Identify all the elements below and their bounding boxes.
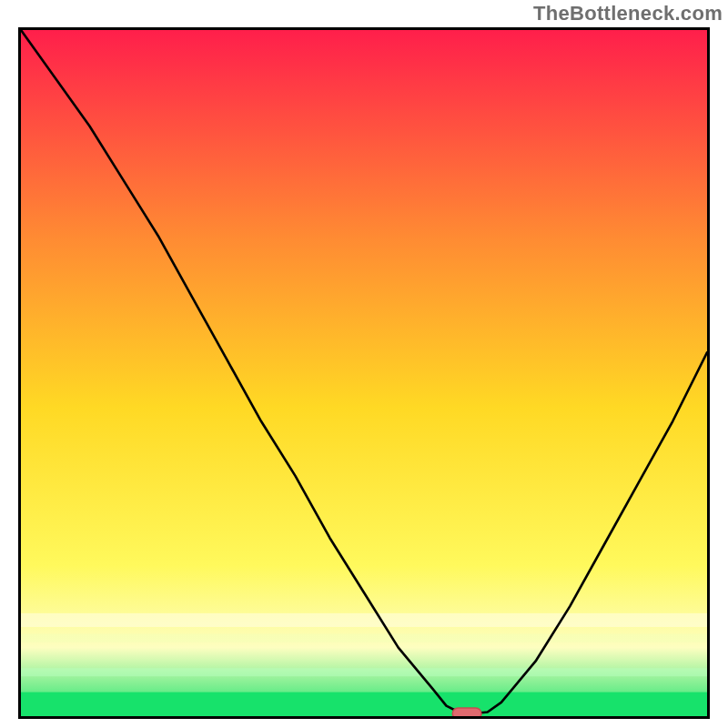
optimum-marker: [21, 30, 707, 716]
plot-area: [18, 27, 710, 719]
chart-frame: TheBottleneck.com: [0, 0, 728, 728]
svg-rect-5: [452, 708, 481, 716]
watermark-text: TheBottleneck.com: [533, 2, 723, 25]
